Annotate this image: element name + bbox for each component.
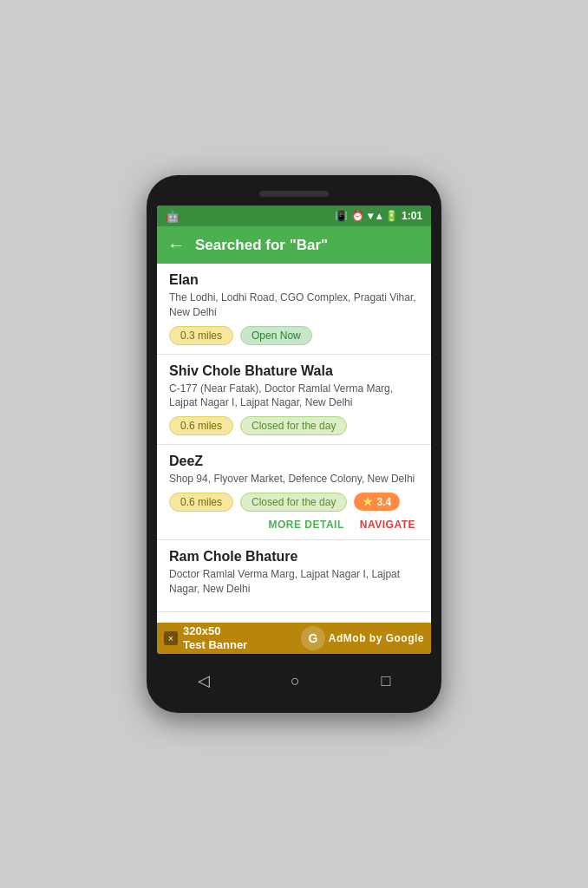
battery-icon: 🔋 xyxy=(385,210,398,222)
status-left: 🤖 xyxy=(166,210,180,223)
header-title: Searched for "Bar" xyxy=(195,237,328,254)
signal-icon: ▴ xyxy=(376,210,382,222)
nav-recent-button[interactable]: □ xyxy=(369,669,402,694)
ad-banner: × 320x50Test Banner G AdMob by Google xyxy=(157,623,431,654)
result-item-elan[interactable]: Elan The Lodhi, Lodhi Road, CGO Complex,… xyxy=(157,264,431,355)
result-address: Doctor Ramlal Verma Marg, Lajpat Nagar I… xyxy=(169,567,419,597)
result-item-ram-chole[interactable]: Ram Chole Bhature Doctor Ramlal Verma Ma… xyxy=(157,540,431,612)
star-icon: ★ xyxy=(363,495,373,508)
vibrate-icon: 📳 xyxy=(335,210,348,222)
ad-text: 320x50Test Banner xyxy=(183,624,247,651)
status-tag-closed: Closed for the day xyxy=(240,416,347,435)
admob-g-icon: G xyxy=(301,626,325,650)
result-item-shiv-chole[interactable]: Shiv Chole Bhature Wala C-177 (Near Fata… xyxy=(157,355,431,446)
rating-badge: ★ 3.4 xyxy=(354,493,400,511)
status-tag-open: Open Now xyxy=(240,326,312,345)
result-address: C-177 (Near Fatak), Doctor Ramlal Verma … xyxy=(169,382,419,411)
action-row: MORE DETAIL NAVIGATE xyxy=(169,519,419,531)
status-tag-closed: Closed for the day xyxy=(240,493,347,512)
result-name: Shiv Chole Bhature Wala xyxy=(169,363,419,379)
distance-tag: 0.6 miles xyxy=(169,493,233,512)
distance-tag: 0.3 miles xyxy=(169,326,233,345)
navigate-button[interactable]: NAVIGATE xyxy=(360,519,415,531)
speaker xyxy=(259,191,329,197)
alarm-icon: ⏰ xyxy=(351,210,364,222)
result-tags: 0.3 miles Open Now xyxy=(169,326,419,345)
phone-device: 🤖 📳 ⏰ ▾ ▴ 🔋 1:01 ← Searched for "Bar" El… xyxy=(147,175,441,713)
result-name: DeeZ xyxy=(169,454,419,469)
nav-bar: ◁ ○ □ xyxy=(157,661,431,699)
admob-label: AdMob by Google xyxy=(329,632,424,644)
result-name: Ram Chole Bhature xyxy=(169,549,419,565)
status-right: 📳 ⏰ ▾ ▴ 🔋 1:01 xyxy=(335,210,422,222)
back-button[interactable]: ← xyxy=(167,235,185,255)
ad-close-button[interactable]: × xyxy=(164,631,178,645)
result-name: Elan xyxy=(169,272,419,288)
android-icon: 🤖 xyxy=(166,210,180,223)
result-tags: 0.6 miles Closed for the day ★ 3.4 xyxy=(169,493,419,512)
wifi-icon: ▾ xyxy=(368,210,373,222)
result-item-deez[interactable]: DeeZ Shop 94, Flyover Market, Defence Co… xyxy=(157,445,431,540)
screen: 🤖 📳 ⏰ ▾ ▴ 🔋 1:01 ← Searched for "Bar" El… xyxy=(157,206,431,654)
status-bar: 🤖 📳 ⏰ ▾ ▴ 🔋 1:01 xyxy=(157,206,431,226)
result-address: Shop 94, Flyover Market, Defence Colony,… xyxy=(169,472,419,486)
distance-tag: 0.6 miles xyxy=(169,416,233,435)
nav-back-button[interactable]: ◁ xyxy=(186,668,222,694)
result-address: The Lodhi, Lodhi Road, CGO Complex, Prag… xyxy=(169,291,419,320)
result-tags: 0.6 miles Closed for the day xyxy=(169,416,419,435)
ad-logo: G AdMob by Google xyxy=(301,626,424,650)
app-header: ← Searched for "Bar" xyxy=(157,226,431,264)
results-list: Elan The Lodhi, Lodhi Road, CGO Complex,… xyxy=(157,264,431,623)
rating-value: 3.4 xyxy=(376,496,391,508)
more-detail-button[interactable]: MORE DETAIL xyxy=(268,519,343,531)
time-display: 1:01 xyxy=(402,210,422,222)
nav-home-button[interactable]: ○ xyxy=(278,669,312,694)
